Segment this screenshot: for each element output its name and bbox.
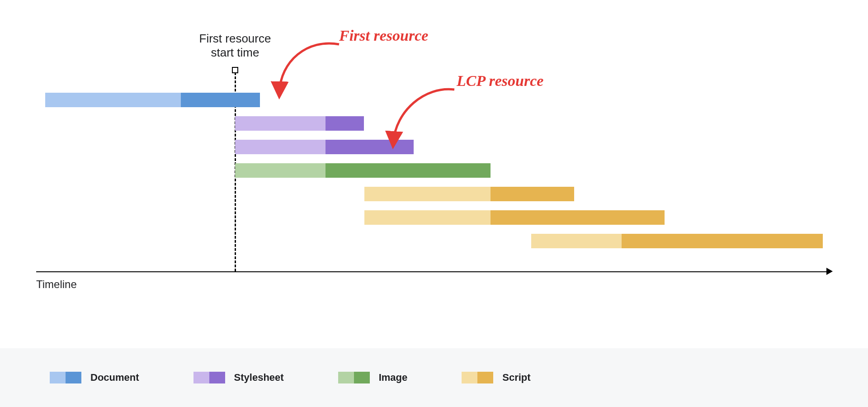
bar-segment-wait — [235, 163, 326, 178]
bar-segment-download — [181, 93, 260, 107]
axis-arrowhead-icon — [826, 268, 833, 275]
bar-row — [364, 210, 665, 225]
arrow-lcp-resource-icon — [380, 81, 461, 149]
legend-swatch-icon — [338, 372, 370, 383]
annotation-first-resource: First resource — [339, 27, 428, 44]
legend-swatch-icon — [462, 372, 493, 383]
bar-row — [235, 116, 364, 131]
diagram-canvas: First resource start time Timeline First… — [0, 0, 868, 407]
bar-segment-download — [326, 163, 491, 178]
bar-segment-download — [491, 210, 665, 225]
legend-swatch-icon — [193, 372, 225, 383]
bar-segment-download — [326, 116, 364, 131]
legend-item: Document — [50, 372, 139, 383]
legend: DocumentStylesheetImageScript — [0, 348, 868, 407]
chart-area: First resource start time Timeline First… — [45, 32, 823, 308]
bar-segment-wait — [364, 210, 491, 225]
bar-row — [235, 163, 491, 178]
timeline-axis — [36, 271, 827, 272]
annotation-lcp-resource: LCP resource — [457, 72, 543, 90]
legend-label: Image — [379, 372, 408, 383]
marker-label-line2: start time — [211, 46, 259, 59]
bar-segment-wait — [364, 187, 491, 201]
marker-label-line1: First resource — [199, 32, 271, 45]
bar-segment-wait — [45, 93, 181, 107]
legend-item: Script — [462, 372, 530, 383]
bar-row — [45, 93, 260, 107]
legend-swatch-icon — [50, 372, 81, 383]
bar-row — [531, 234, 823, 248]
bar-segment-wait — [235, 116, 326, 131]
arrow-first-resource-icon — [267, 36, 344, 99]
bar-row — [364, 187, 574, 201]
bar-segment-download — [491, 187, 574, 201]
axis-label: Timeline — [36, 278, 77, 291]
bar-segment-download — [622, 234, 823, 248]
bar-segment-wait — [235, 140, 326, 154]
legend-label: Stylesheet — [234, 372, 284, 383]
bar-segment-wait — [531, 234, 622, 248]
legend-label: Script — [502, 372, 530, 383]
legend-label: Document — [90, 372, 139, 383]
legend-item: Stylesheet — [193, 372, 284, 383]
legend-item: Image — [338, 372, 408, 383]
